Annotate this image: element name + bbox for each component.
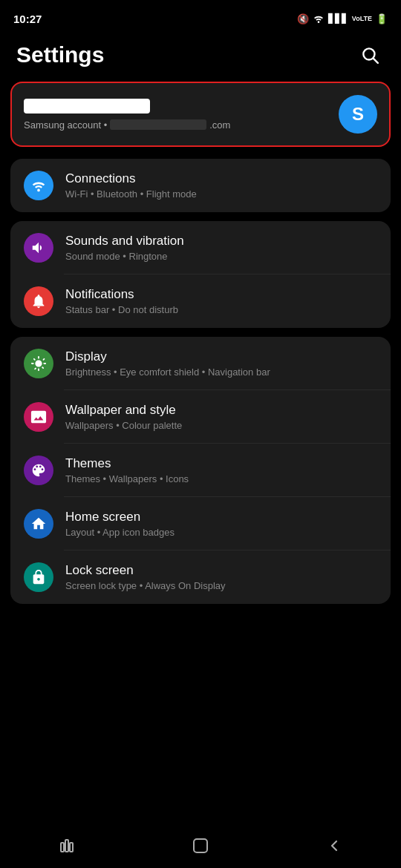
wallpaper-subtitle: Wallpapers • Colour palette bbox=[65, 420, 377, 431]
notifications-item[interactable]: Notifications Status bar • Do not distur… bbox=[10, 274, 391, 328]
notifications-title: Notifications bbox=[65, 287, 377, 302]
display-group: Display Brightness • Eye comfort shield … bbox=[10, 337, 391, 604]
page-title: Settings bbox=[16, 42, 104, 68]
nav-bar bbox=[0, 826, 401, 868]
display-title: Display bbox=[65, 349, 377, 364]
homescreen-subtitle: Layout • App icon badges bbox=[65, 527, 377, 538]
connections-item[interactable]: Connections Wi-Fi • Bluetooth • Flight m… bbox=[10, 159, 391, 212]
connections-title: Connections bbox=[65, 171, 377, 186]
account-avatar: S bbox=[339, 95, 377, 134]
themes-subtitle: Themes • Wallpapers • Icons bbox=[65, 473, 377, 484]
search-button[interactable] bbox=[355, 40, 385, 70]
account-card[interactable]: Samsung account • .com S bbox=[10, 82, 391, 147]
lockscreen-item[interactable]: Lock screen Screen lock type • Always On… bbox=[10, 550, 391, 604]
signal-icon: ▋▋▋ bbox=[328, 13, 348, 24]
lockscreen-icon bbox=[24, 562, 53, 592]
display-item[interactable]: Display Brightness • Eye comfort shield … bbox=[10, 337, 391, 390]
lockscreen-subtitle: Screen lock type • Always On Display bbox=[65, 580, 377, 591]
svg-rect-3 bbox=[65, 840, 68, 852]
svg-rect-4 bbox=[70, 843, 73, 852]
display-subtitle: Brightness • Eye comfort shield • Naviga… bbox=[65, 366, 377, 378]
back-icon bbox=[325, 837, 343, 855]
home-button[interactable] bbox=[178, 831, 223, 861]
sound-notifications-group: Sounds and vibration Sound mode • Ringto… bbox=[10, 221, 391, 328]
svg-rect-2 bbox=[61, 843, 64, 852]
search-icon bbox=[360, 45, 379, 65]
display-text: Display Brightness • Eye comfort shield … bbox=[65, 349, 377, 378]
sounds-subtitle: Sound mode • Ringtone bbox=[65, 251, 377, 262]
notifications-text: Notifications Status bar • Do not distur… bbox=[65, 287, 377, 315]
connections-icon bbox=[24, 171, 53, 200]
connections-subtitle: Wi-Fi • Bluetooth • Flight mode bbox=[65, 188, 377, 200]
lte-badge: VoLTE bbox=[352, 15, 372, 22]
wallpaper-item[interactable]: Wallpaper and style Wallpapers • Colour … bbox=[10, 390, 391, 444]
themes-icon bbox=[24, 456, 53, 485]
status-bar: 10:27 🔇 ▋▋▋ VoLTE 🔋 bbox=[0, 0, 401, 33]
themes-title: Themes bbox=[65, 456, 377, 471]
account-email: Samsung account • .com bbox=[24, 119, 330, 131]
home-nav-icon bbox=[192, 837, 209, 855]
themes-text: Themes Themes • Wallpapers • Icons bbox=[65, 456, 377, 484]
lockscreen-title: Lock screen bbox=[65, 563, 377, 578]
battery-icon: 🔋 bbox=[376, 13, 388, 24]
svg-line-1 bbox=[374, 59, 378, 63]
svg-rect-5 bbox=[194, 839, 207, 852]
sounds-text: Sounds and vibration Sound mode • Ringto… bbox=[65, 234, 377, 262]
sounds-title: Sounds and vibration bbox=[65, 234, 377, 249]
recent-apps-button[interactable] bbox=[45, 831, 89, 861]
header: Settings bbox=[0, 33, 401, 82]
wallpaper-title: Wallpaper and style bbox=[65, 403, 377, 418]
back-button[interactable] bbox=[312, 831, 356, 861]
mute-icon: 🔇 bbox=[297, 13, 309, 24]
wallpaper-text: Wallpaper and style Wallpapers • Colour … bbox=[65, 403, 377, 431]
homescreen-title: Home screen bbox=[65, 510, 377, 525]
display-icon bbox=[24, 349, 53, 378]
connections-text: Connections Wi-Fi • Bluetooth • Flight m… bbox=[65, 171, 377, 200]
wallpaper-icon bbox=[24, 402, 53, 432]
recent-apps-icon bbox=[58, 837, 76, 855]
themes-item[interactable]: Themes Themes • Wallpapers • Icons bbox=[10, 444, 391, 497]
connections-group: Connections Wi-Fi • Bluetooth • Flight m… bbox=[10, 159, 391, 212]
lockscreen-text: Lock screen Screen lock type • Always On… bbox=[65, 563, 377, 591]
notifications-icon bbox=[24, 286, 53, 316]
sounds-item[interactable]: Sounds and vibration Sound mode • Ringto… bbox=[10, 221, 391, 274]
account-email-redacted bbox=[110, 119, 206, 130]
sounds-icon bbox=[24, 233, 53, 263]
account-name-redacted bbox=[24, 99, 150, 114]
status-time: 10:27 bbox=[13, 13, 42, 25]
wifi-status-icon bbox=[313, 13, 325, 24]
homescreen-text: Home screen Layout • App icon badges bbox=[65, 510, 377, 538]
notifications-subtitle: Status bar • Do not disturb bbox=[65, 304, 377, 315]
homescreen-item[interactable]: Home screen Layout • App icon badges bbox=[10, 497, 391, 550]
status-icons: 🔇 ▋▋▋ VoLTE 🔋 bbox=[297, 13, 388, 24]
account-info: Samsung account • .com bbox=[24, 99, 330, 131]
homescreen-icon bbox=[24, 509, 53, 539]
